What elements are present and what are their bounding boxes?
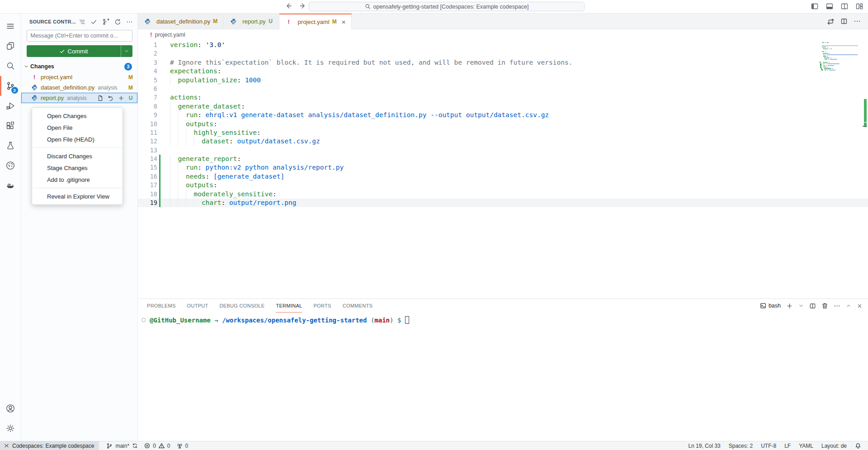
code-line[interactable]: 13: [138, 146, 868, 155]
commit-button[interactable]: Commit: [27, 45, 132, 57]
code-line[interactable]: 15 run: python:v2 python analysis/report…: [138, 163, 868, 172]
accounts-icon[interactable]: [0, 398, 21, 418]
create-branch-icon[interactable]: [102, 18, 109, 25]
panel-tab-terminal[interactable]: TERMINAL: [276, 299, 302, 313]
explorer-icon[interactable]: [0, 36, 21, 56]
command-center-search[interactable]: opensafely-getting-started [Codespaces: …: [309, 2, 585, 11]
menu-separator: [33, 188, 122, 188]
menu-icon[interactable]: [0, 16, 21, 36]
code-line[interactable]: 14 generate_report:: [138, 155, 868, 163]
scm-file-row[interactable]: dataset_definition.pyanalysisM: [21, 82, 137, 93]
panel-tab-output[interactable]: OUTPUT: [187, 299, 208, 313]
ports-status-item[interactable]: 0: [174, 443, 192, 449]
context-menu-item[interactable]: Stage Changes: [32, 162, 123, 174]
view-as-tree-icon[interactable]: [79, 19, 85, 25]
new-terminal-icon[interactable]: [786, 303, 793, 309]
code-line[interactable]: 4expectations:: [138, 67, 868, 76]
panel-tab-ports[interactable]: PORTS: [313, 299, 331, 313]
split-editor-icon[interactable]: [840, 18, 848, 25]
breadcrumb[interactable]: ! project.yaml: [138, 29, 868, 40]
commit-dropdown-chevron-icon[interactable]: [121, 45, 132, 57]
kill-terminal-trash-icon[interactable]: [821, 303, 828, 309]
code-editor[interactable]: 1version: '3.0'23# Ignore this`expectati…: [138, 40, 868, 298]
code-line[interactable]: 5 population_size: 1000: [138, 76, 868, 85]
minimap[interactable]: [822, 42, 860, 71]
terminal-view[interactable]: @GitHub_Username → /workspaces/opensafel…: [138, 313, 868, 441]
source-control-icon[interactable]: 3: [0, 76, 21, 96]
stage-changes-icon[interactable]: [118, 95, 124, 101]
branch-status-item[interactable]: main*: [103, 443, 141, 449]
editor-tab[interactable]: !project.yamlM×: [279, 14, 352, 29]
indentation-item[interactable]: Spaces: 2: [725, 441, 757, 450]
code-line[interactable]: 18 moderately_sensitive:: [138, 190, 868, 199]
more-actions-icon[interactable]: [854, 18, 861, 25]
panel-tab-debug-console[interactable]: DEBUG CONSOLE: [220, 299, 265, 313]
more-actions-icon[interactable]: [834, 303, 840, 309]
problems-status-item[interactable]: 0 0: [141, 443, 173, 449]
customize-layout-icon[interactable]: [855, 2, 863, 10]
discard-changes-icon[interactable]: [108, 95, 114, 101]
split-editor-icon[interactable]: [840, 2, 849, 10]
notifications-bell-icon[interactable]: [851, 441, 865, 450]
code-line[interactable]: 10 outputs:: [138, 120, 868, 128]
code-line[interactable]: 2: [138, 49, 868, 58]
scm-file-row[interactable]: report.pyanalysisU: [21, 93, 137, 103]
context-menu-item[interactable]: Discard Changes: [32, 150, 123, 162]
scm-file-row[interactable]: !project.yamlM: [21, 72, 137, 82]
terminal-picker-chevron-icon[interactable]: [798, 303, 804, 308]
code-line[interactable]: 9 run: ehrql:v1 generate-dataset analysi…: [138, 111, 868, 119]
code-line[interactable]: 17 outputs:: [138, 181, 868, 189]
code-line[interactable]: 1version: '3.0': [138, 41, 868, 49]
testing-beaker-icon[interactable]: [0, 136, 21, 156]
navigate-back-icon[interactable]: [285, 2, 292, 9]
code-line[interactable]: 11 highly_sensitive:: [138, 128, 868, 137]
close-panel-icon[interactable]: [857, 303, 863, 309]
run-debug-icon[interactable]: [0, 96, 21, 116]
layout-item[interactable]: Layout: de: [817, 441, 851, 450]
code-line[interactable]: 6: [138, 85, 868, 93]
refresh-icon[interactable]: [114, 19, 121, 25]
toggle-sidebar-icon[interactable]: [811, 2, 819, 10]
navigate-forward-icon[interactable]: [299, 2, 307, 9]
close-tab-icon[interactable]: ×: [342, 19, 346, 25]
editor-tab[interactable]: dataset_definition.pyM: [138, 14, 224, 29]
code-line[interactable]: 3# Ignore this`expectation` block. It is…: [138, 58, 868, 67]
encoding-item[interactable]: UTF-8: [757, 441, 780, 450]
commit-check-icon[interactable]: [90, 19, 97, 25]
command-decoration-circle-icon[interactable]: [142, 318, 146, 322]
code-line[interactable]: 19 chart: output/report.png: [138, 199, 868, 207]
toggle-panel-icon[interactable]: [826, 2, 834, 10]
code-line[interactable]: 7actions:: [138, 93, 868, 102]
more-actions-icon[interactable]: [126, 19, 133, 25]
terminal-shell-chip[interactable]: bash: [760, 303, 781, 309]
eol-item[interactable]: LF: [780, 441, 795, 450]
editor-tab[interactable]: report.pyU: [224, 14, 279, 29]
context-menu-item[interactable]: Add to .gitignore: [32, 174, 123, 185]
language-mode-item[interactable]: YAML: [795, 441, 817, 450]
context-menu-item[interactable]: Open File: [32, 122, 123, 133]
context-menu-item[interactable]: Reveal in Explorer View: [32, 190, 123, 202]
context-menu-item[interactable]: Open File (HEAD): [32, 133, 123, 145]
context-menu-item[interactable]: Open Changes: [32, 110, 123, 122]
search-view-icon[interactable]: [0, 56, 21, 76]
remote-indicator[interactable]: Codespaces: Example codespace: [0, 441, 99, 450]
panel-tab-comments[interactable]: COMMENTS: [343, 299, 373, 313]
code-line-content: generate_dataset:: [163, 102, 245, 111]
sync-changes-icon[interactable]: [132, 443, 138, 449]
docker-icon[interactable]: [0, 175, 21, 195]
open-file-icon[interactable]: [97, 95, 104, 101]
panel-tab-problems[interactable]: PROBLEMS: [147, 299, 176, 313]
commit-message-input[interactable]: [27, 30, 132, 42]
code-line[interactable]: 12 dataset: output/dataset.csv.gz: [138, 137, 868, 146]
code-line[interactable]: 8 generate_dataset:: [138, 102, 868, 111]
cursor-position-item[interactable]: Ln 19, Col 33: [684, 441, 724, 450]
settings-gear-icon[interactable]: [0, 418, 21, 438]
changes-section-header[interactable]: Changes 3: [21, 61, 137, 72]
extensions-icon[interactable]: [0, 116, 21, 136]
overview-ruler[interactable]: [863, 40, 867, 298]
maximize-panel-chevron-icon[interactable]: [846, 303, 851, 308]
open-changes-icon[interactable]: [827, 18, 835, 25]
split-terminal-icon[interactable]: [809, 303, 816, 309]
github-icon[interactable]: [0, 156, 21, 175]
code-line[interactable]: 16 needs: [generate_dataset]: [138, 172, 868, 181]
